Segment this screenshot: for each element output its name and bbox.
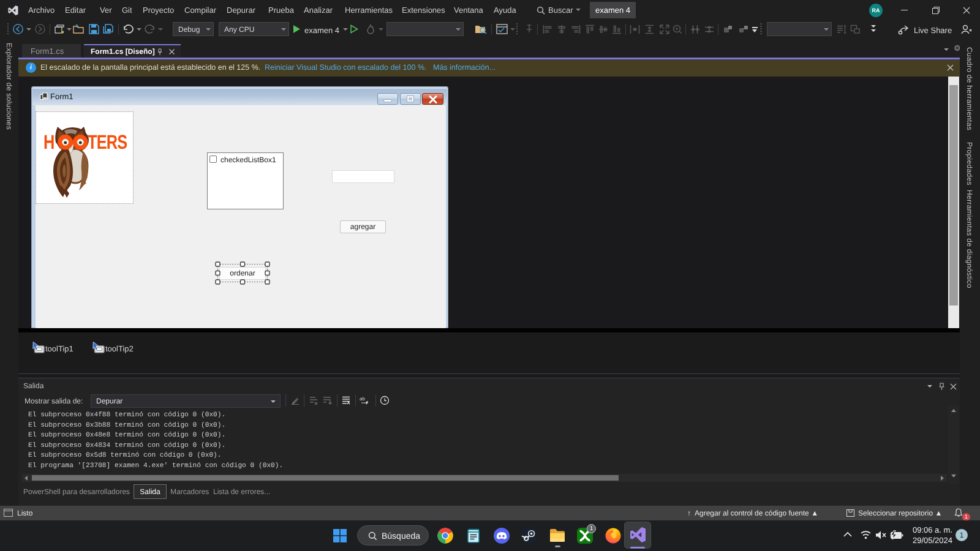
svg-text:TERS: TERS — [88, 131, 127, 153]
svg-text:H: H — [43, 131, 55, 153]
svg-text:ab: ab — [360, 396, 365, 402]
